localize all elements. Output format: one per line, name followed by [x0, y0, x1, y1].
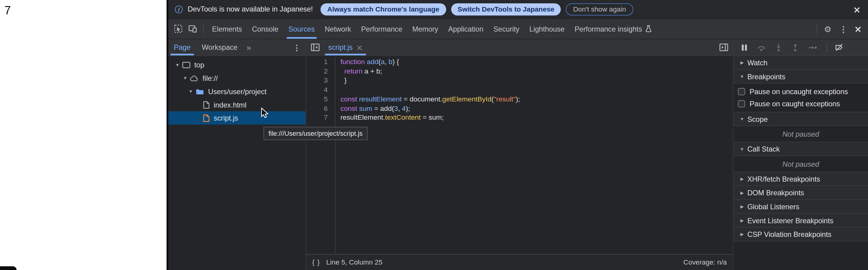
tree-item-top[interactable]: ▼ top [168, 58, 306, 71]
folder-icon [195, 88, 204, 95]
match-chrome-language-button[interactable]: Always match Chrome's language [321, 3, 446, 15]
tab-memory[interactable]: Memory [407, 19, 443, 39]
frame-icon [182, 61, 190, 68]
code-line: return a + b; [340, 67, 733, 76]
expand-arrow-icon[interactable]: ▼ [187, 89, 194, 94]
collapse-arrow-icon[interactable]: ▼ [738, 74, 746, 79]
tab-performance-insights[interactable]: Performance insights [569, 19, 657, 39]
info-icon: i [175, 5, 183, 13]
tab-network[interactable]: Network [320, 19, 356, 39]
code-line: function add(a, b) { [340, 58, 733, 67]
deactivate-breakpoints-icon[interactable] [835, 43, 844, 51]
editor-tab-script-js[interactable]: script.js [323, 39, 368, 55]
tree-item-file-protocol[interactable]: ▼ file:// [168, 71, 306, 85]
section-csp-violation-breakpoints[interactable]: ▶ CSP Violation Breakpoints [734, 228, 868, 241]
line-number[interactable]: 5 [306, 94, 328, 103]
code-line: const resultElement = document.getElemen… [340, 94, 733, 103]
line-number[interactable]: 1 [306, 58, 328, 67]
toolbar-separator-right [816, 24, 817, 33]
tab-sources[interactable]: Sources [283, 19, 320, 39]
inspect-element-icon[interactable] [174, 24, 183, 33]
line-number[interactable]: 7 [306, 113, 328, 122]
pause-uncaught-exceptions-row[interactable]: Pause on uncaught exceptions [734, 85, 868, 97]
line-number[interactable]: 6 [306, 104, 328, 113]
code-content: function add(a, b) { return a + b; } con… [335, 58, 733, 254]
collapse-arrow-icon[interactable]: ▼ [738, 146, 746, 151]
tree-item-index-html[interactable]: index.html [168, 98, 306, 112]
section-dom-breakpoints[interactable]: ▶ DOM Breakpoints [734, 186, 868, 200]
section-watch[interactable]: ▶ Watch [734, 56, 868, 70]
toggle-navigator-icon[interactable] [311, 43, 320, 51]
pause-script-icon[interactable] [741, 43, 748, 51]
collapse-arrow-icon[interactable]: ▶ [738, 204, 746, 209]
tab-console[interactable]: Console [247, 19, 283, 39]
section-scope[interactable]: ▼ Scope [734, 112, 868, 126]
section-event-listener-breakpoints[interactable]: ▶ Event Listener Breakpoints [734, 214, 868, 228]
code-editor[interactable]: 1234567 function add(a, b) { return a + … [306, 56, 733, 254]
file-path-tooltip: file:///Users/user/project/script.js [264, 127, 368, 140]
devtools-close-icon[interactable] [854, 24, 863, 33]
tab-application[interactable]: Application [443, 19, 488, 39]
navigator-tabstrip: Page Workspace » ⋮ [168, 39, 306, 56]
debugger-sidebar: ▶ Watch ▼ Breakpoints Pause on uncaught … [733, 39, 868, 270]
more-tabs-icon[interactable]: » [243, 42, 254, 52]
dont-show-again-button[interactable]: Don't show again [566, 3, 633, 15]
tab-lighthouse[interactable]: Lighthouse [525, 19, 570, 39]
collapse-arrow-icon[interactable]: ▶ [738, 60, 746, 65]
navigator-menu-kebab-icon[interactable]: ⋮ [288, 43, 306, 52]
tree-item-script-js[interactable]: script.js [168, 111, 306, 124]
expand-arrow-icon[interactable]: ▼ [182, 76, 189, 81]
devtools-toolbar: Elements Console Sources Network Perform… [168, 19, 868, 39]
step-out-icon [792, 43, 799, 51]
more-options-kebab-icon[interactable]: ⋮ [839, 25, 847, 33]
devtools-window: i DevTools is now available in Japanese!… [167, 0, 868, 270]
tab-performance[interactable]: Performance [356, 19, 407, 39]
coverage-label: Coverage: n/a [683, 259, 727, 266]
collapse-arrow-icon[interactable]: ▶ [738, 218, 746, 222]
experiment-flask-icon [645, 25, 652, 33]
tree-item-project-folder[interactable]: ▼ Users/user/project [168, 85, 306, 98]
checkbox-unchecked[interactable] [738, 100, 745, 107]
tab-close-icon[interactable] [356, 44, 363, 51]
expand-arrow-icon[interactable]: ▼ [174, 62, 181, 67]
pause-caught-exceptions-row[interactable]: Pause on caught exceptions [734, 97, 868, 110]
line-number[interactable]: 2 [306, 67, 328, 76]
section-global-listeners[interactable]: ▶ Global Listeners [734, 200, 868, 214]
cloud-icon [190, 74, 198, 82]
tab-elements[interactable]: Elements [207, 19, 247, 39]
sources-panel: Page Workspace » ⋮ ▼ top ▼ [168, 39, 868, 270]
code-line: const sum = add(3, 4); [340, 104, 733, 113]
screen: 7 i DevTools is now available in Japanes… [0, 0, 868, 270]
collapse-arrow-icon[interactable]: ▼ [738, 117, 746, 121]
mouse-cursor [260, 108, 269, 121]
step-into-icon [775, 43, 782, 51]
tab-workspace[interactable]: Workspace [196, 39, 243, 55]
collapse-arrow-icon[interactable]: ▶ [738, 176, 746, 181]
section-breakpoints[interactable]: ▼ Breakpoints [734, 70, 868, 84]
section-xhr-fetch-breakpoints[interactable]: ▶ XHR/fetch Breakpoints [734, 172, 868, 186]
checkbox-unchecked[interactable] [738, 88, 745, 95]
js-file-icon [203, 114, 210, 122]
navigator-pane: Page Workspace » ⋮ ▼ top ▼ [168, 39, 306, 270]
page-content-number: 7 [5, 4, 11, 17]
file-tree: ▼ top ▼ file:// ▼ [168, 56, 306, 270]
cursor-position-label: Line 5, Column 25 [326, 259, 382, 266]
debugger-toolbar-separator [827, 42, 827, 52]
settings-gear-icon[interactable]: ⚙ [824, 25, 832, 33]
device-toolbar-icon[interactable] [188, 24, 197, 33]
infobar-close-icon[interactable] [852, 5, 861, 13]
collapse-arrow-icon[interactable]: ▶ [738, 232, 746, 237]
collapse-arrow-icon[interactable]: ▶ [738, 190, 746, 195]
line-number[interactable]: 4 [306, 85, 328, 94]
section-call-stack[interactable]: ▼ Call Stack [734, 142, 868, 156]
infobar-message: DevTools is now available in Japanese! [188, 5, 313, 13]
switch-to-japanese-button[interactable]: Switch DevTools to Japanese [451, 3, 561, 15]
editor-statusbar: { } Line 5, Column 25 Coverage: n/a [306, 254, 733, 270]
toggle-debugger-sidebar-icon[interactable] [719, 43, 728, 51]
line-number[interactable]: 3 [306, 76, 328, 85]
tab-page[interactable]: Page [168, 39, 196, 55]
tab-security[interactable]: Security [488, 19, 524, 39]
code-line: } [340, 76, 733, 85]
scope-not-paused-label: Not paused [734, 126, 868, 142]
pretty-print-icon[interactable]: { } [312, 259, 320, 266]
